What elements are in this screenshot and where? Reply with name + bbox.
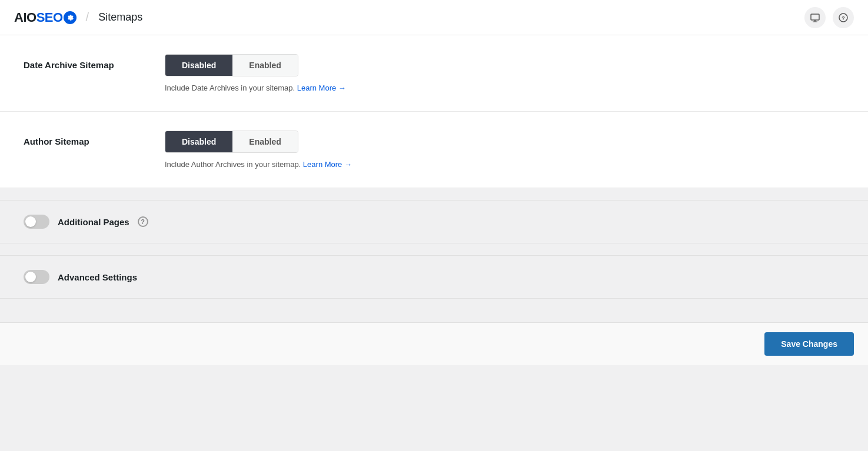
date-archive-description: Include Date Archives in your sitemap. L… bbox=[165, 83, 844, 92]
svg-rect-1 bbox=[814, 21, 816, 22]
date-archive-label: Date Archive Sitemap bbox=[24, 54, 141, 70]
save-changes-button[interactable]: Save Changes bbox=[764, 332, 854, 356]
additional-pages-toggle[interactable] bbox=[24, 215, 49, 229]
advanced-settings-toggle[interactable] bbox=[24, 270, 49, 284]
author-sitemap-toggle-group: Disabled Enabled bbox=[165, 131, 298, 153]
advanced-settings-section: Advanced Settings bbox=[0, 255, 868, 299]
author-sitemap-section: Author Sitemap Disabled Enabled Include … bbox=[0, 112, 868, 188]
svg-text:?: ? bbox=[842, 15, 845, 21]
advanced-settings-label: Advanced Settings bbox=[58, 272, 137, 282]
author-sitemap-enabled-btn[interactable]: Enabled bbox=[232, 131, 297, 152]
date-archive-toggle-group: Disabled Enabled bbox=[165, 54, 298, 76]
author-sitemap-disabled-btn[interactable]: Disabled bbox=[165, 131, 232, 152]
author-sitemap-learn-more[interactable]: Learn More → bbox=[303, 160, 352, 169]
logo: AIOSEO bbox=[14, 10, 77, 25]
header-left: AIOSEO / Sitemaps bbox=[14, 10, 142, 25]
additional-pages-help-icon[interactable]: ? bbox=[138, 216, 148, 227]
date-archive-enabled-btn[interactable]: Enabled bbox=[232, 55, 297, 76]
logo-seo: SEO bbox=[36, 10, 63, 25]
screen-options-button[interactable] bbox=[804, 7, 826, 28]
page-title: Sitemaps bbox=[98, 11, 142, 24]
author-sitemap-label: Author Sitemap bbox=[24, 131, 141, 146]
advanced-settings-slider bbox=[24, 270, 49, 284]
help-button[interactable]: ? bbox=[833, 7, 854, 28]
date-archive-disabled-btn[interactable]: Disabled bbox=[165, 55, 232, 76]
separator: / bbox=[86, 11, 89, 24]
header: AIOSEO / Sitemaps ? bbox=[0, 0, 868, 35]
header-right: ? bbox=[804, 7, 854, 28]
gray-spacer-1 bbox=[0, 188, 868, 200]
gear-icon bbox=[66, 14, 74, 22]
date-archive-learn-more[interactable]: Learn More → bbox=[297, 83, 346, 92]
question-icon: ? bbox=[839, 13, 848, 22]
gray-spacer-2 bbox=[0, 243, 868, 255]
logo-icon bbox=[64, 11, 77, 24]
additional-pages-label: Additional Pages bbox=[58, 217, 129, 227]
author-sitemap-description: Include Author Archives in your sitemap.… bbox=[165, 160, 844, 169]
screen-icon bbox=[810, 13, 820, 22]
additional-pages-section: Additional Pages ? bbox=[0, 200, 868, 243]
gray-spacer-3 bbox=[0, 299, 868, 322]
main-content: Date Archive Sitemap Disabled Enabled In… bbox=[0, 35, 868, 322]
svg-rect-0 bbox=[811, 14, 819, 20]
date-archive-section: Date Archive Sitemap Disabled Enabled In… bbox=[0, 35, 868, 112]
additional-pages-slider bbox=[24, 215, 49, 229]
author-sitemap-control: Disabled Enabled Include Author Archives… bbox=[165, 131, 844, 169]
date-archive-control: Disabled Enabled Include Date Archives i… bbox=[165, 54, 844, 92]
svg-rect-2 bbox=[813, 21, 817, 22]
footer: Save Changes bbox=[0, 322, 868, 365]
logo-aio: AIO bbox=[14, 10, 36, 25]
